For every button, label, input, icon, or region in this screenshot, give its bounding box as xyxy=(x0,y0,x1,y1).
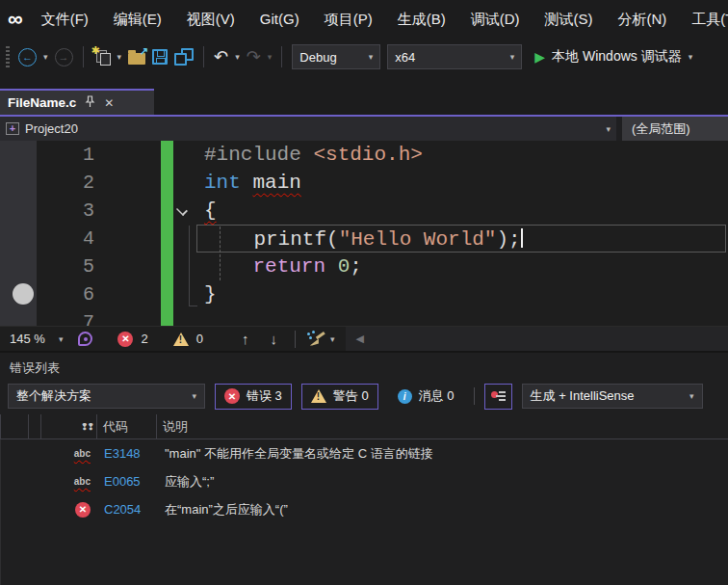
code-line-1[interactable]: #include <stdio.h> xyxy=(196,141,726,169)
navigate-back-dropdown-icon[interactable]: ▾ xyxy=(43,52,48,62)
error-code-link[interactable]: E0065 xyxy=(98,474,158,489)
solution-platform-dropdown[interactable]: x64 ▾ xyxy=(387,44,522,69)
project-name: Project20 xyxy=(25,121,600,136)
menu-item-6[interactable]: 调试(D) xyxy=(458,0,533,39)
error-grid-header: ❢❢ 代码 说明 xyxy=(0,414,728,439)
document-health-icon[interactable] xyxy=(78,332,92,346)
code-cleanup-icon[interactable] xyxy=(307,332,325,347)
new-item-dropdown-icon[interactable]: ▾ xyxy=(117,52,122,62)
menu-item-3[interactable]: Git(G) xyxy=(247,0,312,39)
line-number: 4 xyxy=(37,225,94,253)
error-scope-filter-dropdown[interactable]: 整个解决方案 ▾ xyxy=(8,384,205,409)
intellisense-error-icon: abc xyxy=(74,449,91,459)
close-tab-icon[interactable]: ✕ xyxy=(104,96,114,110)
error-icon: ✕ xyxy=(224,388,240,404)
document-tab[interactable]: FileName.c ✕ xyxy=(0,89,154,115)
error-source-filter-dropdown[interactable]: 生成 + IntelliSense ▾ xyxy=(522,384,703,409)
code-cleanup-dropdown-icon[interactable]: ▾ xyxy=(330,334,335,344)
code-token: #include xyxy=(204,144,313,166)
visual-studio-logo-icon: ∞ xyxy=(8,6,23,33)
menu-item-4[interactable]: 项目(P) xyxy=(312,0,385,39)
error-source-filter-value: 生成 + IntelliSense xyxy=(531,387,635,405)
zoom-value: 145 % xyxy=(10,332,45,346)
error-row[interactable]: abcE0065应输入“;” xyxy=(1,467,728,495)
error-code-link[interactable]: C2054 xyxy=(98,502,158,517)
severity-column-header[interactable]: ❢❢ xyxy=(41,414,97,439)
scope-dropdown[interactable]: (全局范围) xyxy=(622,117,728,141)
description-column-header[interactable]: 说明 xyxy=(157,414,728,439)
chevron-down-icon: ▾ xyxy=(369,52,374,62)
code-token: { xyxy=(204,199,217,222)
save-all-icon[interactable] xyxy=(174,48,194,66)
navigate-forward-icon[interactable]: → xyxy=(55,48,73,66)
menu-item-1[interactable]: 编辑(E) xyxy=(101,0,174,39)
open-file-icon[interactable]: ↗ xyxy=(128,53,145,65)
line-number-margin: 1234567 xyxy=(37,141,94,326)
new-project-icon[interactable]: ✱ xyxy=(93,48,111,66)
messages-filter-button[interactable]: i 消息 0 xyxy=(388,384,464,410)
warning-count[interactable]: 0 xyxy=(196,332,203,346)
menu-item-5[interactable]: 生成(B) xyxy=(385,0,458,39)
code-line-6[interactable]: } xyxy=(196,280,726,308)
menu-bar-items: 文件(F)编辑(E)视图(V)Git(G)项目(P)生成(B)调试(D)测试(S… xyxy=(29,0,728,39)
error-badge-icon[interactable]: ✕ xyxy=(117,332,133,347)
project-scope-dropdown[interactable]: + Project20 ▾ xyxy=(0,117,616,141)
pin-tab-icon[interactable] xyxy=(85,95,95,111)
messages-filter-label: 消息 0 xyxy=(419,387,455,405)
code-line-2[interactable]: int main xyxy=(196,169,726,197)
code-token: "Hello World" xyxy=(339,228,497,251)
error-count[interactable]: 2 xyxy=(141,332,147,346)
undo-dropdown-icon[interactable]: ▾ xyxy=(235,52,240,62)
code-line-5[interactable]: return 0; xyxy=(196,253,726,280)
error-row[interactable]: ✕C2054在“main”之后应输入“(” xyxy=(1,495,728,523)
column-gutter xyxy=(8,414,29,439)
code-column-header[interactable]: 代码 xyxy=(97,414,157,439)
code-line-7[interactable] xyxy=(196,308,726,326)
next-issue-icon[interactable]: ↓ xyxy=(270,331,277,347)
redo-icon[interactable]: ↷ xyxy=(247,48,261,66)
toolbar-gap xyxy=(0,75,728,89)
menu-item-2[interactable]: 视图(V) xyxy=(174,0,247,39)
line-number: 3 xyxy=(37,197,94,225)
error-row[interactable]: abcE3148"main" 不能用作全局变量名或给定 C 语言的链接 xyxy=(1,439,728,467)
panel-toolbar-separator xyxy=(474,387,475,405)
menu-item-9[interactable]: 工具(T) xyxy=(679,0,728,39)
solution-configuration-dropdown[interactable]: Debug ▾ xyxy=(292,44,380,69)
navigate-back-icon[interactable]: ← xyxy=(18,48,37,66)
start-debugging-icon[interactable]: ▶ xyxy=(534,49,545,65)
scroll-left-icon[interactable]: ◀ xyxy=(346,332,363,345)
save-icon[interactable] xyxy=(152,49,168,65)
warning-badge-icon[interactable] xyxy=(173,332,189,346)
warnings-filter-button[interactable]: 警告 0 xyxy=(301,384,378,410)
zoom-dropdown[interactable]: 145 % ▾ xyxy=(0,332,70,346)
start-debugging-label[interactable]: 本地 Windows 调试器 xyxy=(552,48,682,66)
filter-settings-button[interactable] xyxy=(484,384,512,410)
breakpoint-indicator-icon[interactable] xyxy=(13,283,34,305)
code-editor[interactable]: 1234567 #include <stdio.h>int main{ prin… xyxy=(0,141,728,326)
error-list-panel: 错误列表 整个解决方案 ▾ ✕ 错误 3 警告 0 i 消息 0 xyxy=(0,351,728,585)
undo-icon[interactable]: ↶ xyxy=(214,48,228,66)
errors-filter-label: 错误 3 xyxy=(247,387,282,405)
menu-item-7[interactable]: 测试(S) xyxy=(533,0,606,39)
debug-target-dropdown-icon[interactable]: ▾ xyxy=(689,52,693,62)
warnings-filter-label: 警告 0 xyxy=(333,387,369,405)
menu-item-8[interactable]: 分析(N) xyxy=(606,0,680,39)
toolbar-separator xyxy=(281,46,282,67)
horizontal-scrollbar[interactable]: ◀ xyxy=(346,327,728,351)
code-line-4[interactable]: printf("Hello World"); xyxy=(196,225,726,253)
code-token xyxy=(204,255,252,278)
code-token: } xyxy=(204,283,217,306)
code-fold-chevron-icon[interactable] xyxy=(177,205,187,215)
code-line-3[interactable]: { xyxy=(196,197,726,225)
menu-bar: ∞ 文件(F)编辑(E)视图(V)Git(G)项目(P)生成(B)调试(D)测试… xyxy=(0,0,728,39)
menu-item-0[interactable]: 文件(F) xyxy=(29,0,101,39)
intellisense-error-icon: abc xyxy=(74,477,91,487)
errors-filter-button[interactable]: ✕ 错误 3 xyxy=(215,384,292,410)
chevron-down-icon: ▾ xyxy=(689,391,694,401)
previous-issue-icon[interactable]: ↑ xyxy=(242,331,249,347)
chevron-down-icon: ▾ xyxy=(192,391,196,401)
editor-navigation-bar: + Project20 ▾ (全局范围) xyxy=(0,117,728,141)
code-token: main xyxy=(252,172,300,194)
error-code-link[interactable]: E3148 xyxy=(98,446,158,461)
toolbar-grip[interactable] xyxy=(6,46,10,67)
